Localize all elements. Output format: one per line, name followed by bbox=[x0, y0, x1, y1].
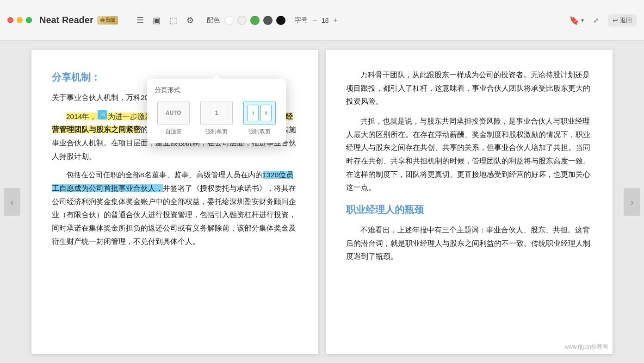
right-para-1: 万科骨干团队，从此跟股东一样成为公司的投资者。无论持股计划还是项目跟投，都引入了… bbox=[346, 69, 592, 108]
page-layout-icon[interactable]: ▣ bbox=[149, 13, 164, 28]
right-page: 万科骨干团队，从此跟股东一样成为公司的投资者。无论持股计划还是项目跟投，都引入了… bbox=[326, 50, 613, 354]
app-title: Neat Reader bbox=[39, 15, 93, 25]
toolbar-group-layout: ☰ ▣ ⬚ ⚙ bbox=[132, 13, 198, 28]
back-icon: ↩ bbox=[613, 17, 618, 24]
font-size-increase-button[interactable]: + bbox=[330, 15, 341, 26]
prev-page-button[interactable]: ‹ bbox=[4, 188, 20, 216]
close-button[interactable] bbox=[7, 17, 13, 23]
layout-preview-auto: AUTO bbox=[157, 101, 190, 125]
right-para-2: 共担，也就是说，与股东共同承担投资风险，是事业合伙人与职业经理人最大的区别所在。… bbox=[346, 115, 592, 194]
layout-label-single: 强制单页 bbox=[205, 128, 228, 136]
layout-label-auto: 自适应 bbox=[165, 128, 182, 136]
color-white[interactable] bbox=[224, 16, 234, 25]
note-marker: 16 bbox=[98, 110, 106, 120]
color-green[interactable] bbox=[250, 16, 260, 25]
menu-icon[interactable]: ☰ bbox=[133, 13, 148, 28]
highlight-blue: 1320位员工自愿成为公司首批事业合伙人， bbox=[52, 171, 293, 192]
color-dark[interactable] bbox=[263, 16, 272, 25]
mini-page-left: 1 bbox=[248, 105, 259, 121]
layout-option-auto[interactable]: AUTO 自适应 bbox=[157, 101, 190, 136]
toolbar-right: 🔖 ▾ ⤢ ↩ 返回 bbox=[569, 13, 637, 28]
main-content: ‹ 分享机制： 关于事业合伙人机制，万科2014年报中有简要的介绍： 2014年… bbox=[0, 41, 644, 363]
color-black[interactable] bbox=[276, 16, 285, 25]
layout-label-double: 强制双页 bbox=[248, 128, 271, 136]
font-size-value: 18 bbox=[321, 17, 330, 24]
minimize-button[interactable] bbox=[17, 17, 23, 23]
layout-dropdown: 分页形式 AUTO 自适应 1 强制单页 1 2 强制双页 bbox=[147, 79, 286, 143]
split-icon[interactable]: ⬚ bbox=[166, 13, 181, 28]
dropdown-title: 分页形式 bbox=[155, 86, 279, 94]
right-para-3: 不难看出，上述年报中有三个主题词：事业合伙人、股东、共担。这背后的潜台词，就是职… bbox=[346, 224, 592, 263]
color-light[interactable] bbox=[237, 16, 247, 25]
layout-preview-single: 1 bbox=[200, 101, 233, 125]
pro-badge: 会员版 bbox=[97, 16, 118, 25]
watermark: www.rjtj.cn软荐网 bbox=[565, 342, 608, 352]
layout-options: AUTO 自适应 1 强制单页 1 2 强制双页 bbox=[155, 101, 279, 136]
settings-icon[interactable]: ⚙ bbox=[183, 13, 198, 28]
color-label: 配色 bbox=[207, 16, 220, 25]
font-size-label: 字号 bbox=[295, 16, 308, 25]
left-para-2: 包括在公司任职的全部8名董事、监事、高级管理人员在内的1320位员工自愿成为公司… bbox=[52, 169, 298, 248]
toolbar-group-color: 配色 bbox=[204, 16, 287, 25]
layout-option-double[interactable]: 1 2 强制双页 bbox=[243, 101, 276, 136]
bookmark-icon[interactable]: 🔖 ▾ bbox=[569, 15, 584, 25]
pages-container: 分享机制： 关于事业合伙人机制，万科2014年报中有简要的介绍： 2014年，1… bbox=[0, 41, 644, 363]
fullscreen-icon[interactable]: ⤢ bbox=[588, 13, 603, 28]
layout-preview-double: 1 2 bbox=[243, 101, 276, 125]
layout-option-single[interactable]: 1 强制单页 bbox=[200, 101, 233, 136]
back-button[interactable]: ↩ 返回 bbox=[608, 14, 637, 26]
next-page-button[interactable]: › bbox=[624, 188, 640, 216]
maximize-button[interactable] bbox=[26, 17, 32, 23]
traffic-lights bbox=[7, 17, 32, 23]
right-section-title: 职业经理人的瓶颈 bbox=[346, 201, 592, 219]
titlebar: Neat Reader 会员版 ☰ ▣ ⬚ ⚙ 配色 字号 − 18 + 🔖 ▾… bbox=[0, 0, 644, 41]
mini-page-right: 2 bbox=[260, 105, 272, 121]
prev-arrow-icon: ‹ bbox=[11, 197, 14, 207]
font-size-decrease-button[interactable]: − bbox=[310, 15, 321, 26]
toolbar-group-fontsize: 字号 − 18 + bbox=[293, 15, 341, 26]
next-arrow-icon: › bbox=[631, 197, 634, 207]
back-label: 返回 bbox=[620, 16, 632, 25]
